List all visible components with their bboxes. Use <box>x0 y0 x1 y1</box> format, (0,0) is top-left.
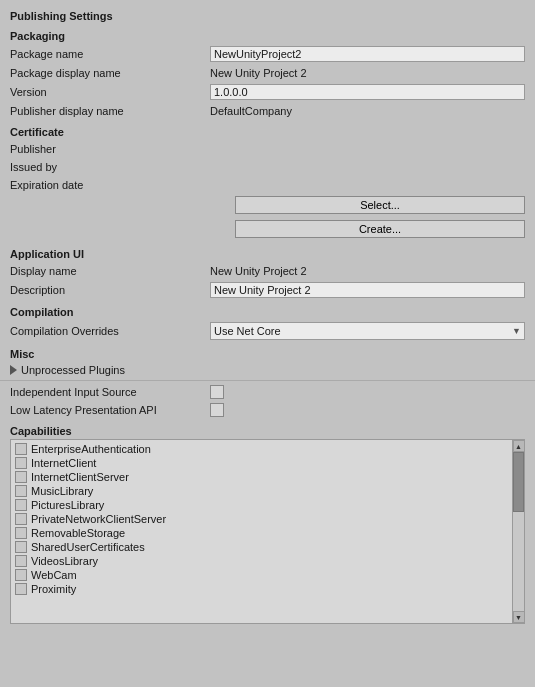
package-display-name-value: New Unity Project 2 <box>210 67 307 79</box>
scrollbar-thumb[interactable] <box>513 452 524 512</box>
list-item: InternetClient <box>15 456 508 470</box>
certificate-section-title: Certificate <box>0 120 535 140</box>
expiration-date-row: Expiration date <box>0 176 535 194</box>
capability-checkbox[interactable] <box>15 583 27 595</box>
capability-checkbox[interactable] <box>15 499 27 511</box>
description-input[interactable]: New Unity Project 2 <box>210 282 525 298</box>
compilation-overrides-value: Use Net Core <box>214 325 281 337</box>
description-label: Description <box>10 284 210 296</box>
capabilities-container: EnterpriseAuthenticationInternetClientIn… <box>10 439 525 624</box>
low-latency-row: Low Latency Presentation API <box>0 401 535 419</box>
capability-checkbox[interactable] <box>15 471 27 483</box>
panel-title: Publishing Settings <box>0 4 535 24</box>
issued-by-row: Issued by <box>0 158 535 176</box>
scroll-up-arrow[interactable]: ▲ <box>513 440 525 452</box>
create-button[interactable]: Create... <box>235 220 525 238</box>
scroll-down-arrow[interactable]: ▼ <box>513 611 525 623</box>
publisher-row: Publisher <box>0 140 535 158</box>
scrollbar-track[interactable] <box>513 452 524 611</box>
capability-checkbox[interactable] <box>15 513 27 525</box>
unprocessed-plugins-label: Unprocessed Plugins <box>21 364 125 376</box>
version-row: Version 1.0.0.0 <box>0 82 535 102</box>
independent-input-label: Independent Input Source <box>10 386 210 398</box>
triangle-icon <box>10 365 17 375</box>
capability-checkbox[interactable] <box>15 555 27 567</box>
compilation-section-title: Compilation <box>0 300 535 320</box>
display-name-value: New Unity Project 2 <box>210 265 307 277</box>
independent-input-checkbox[interactable] <box>210 385 224 399</box>
divider-1 <box>0 380 535 381</box>
version-label: Version <box>10 86 210 98</box>
application-ui-section-title: Application UI <box>0 242 535 262</box>
package-display-name-label: Package display name <box>10 67 210 79</box>
capability-checkbox[interactable] <box>15 541 27 553</box>
publisher-display-name-value: DefaultCompany <box>210 105 292 117</box>
select-button[interactable]: Select... <box>235 196 525 214</box>
package-name-row: Package name NewUnityProject2 <box>0 44 535 64</box>
capability-checkbox[interactable] <box>15 569 27 581</box>
display-name-label: Display name <box>10 265 210 277</box>
package-name-label: Package name <box>10 48 210 60</box>
independent-input-row: Independent Input Source <box>0 383 535 401</box>
list-item: PrivateNetworkClientServer <box>15 512 508 526</box>
capabilities-list: EnterpriseAuthenticationInternetClientIn… <box>11 440 512 623</box>
expiration-date-label: Expiration date <box>10 179 210 191</box>
issued-by-label: Issued by <box>10 161 210 173</box>
capabilities-section-title: Capabilities <box>0 419 535 439</box>
capability-checkbox[interactable] <box>15 457 27 469</box>
capability-checkbox[interactable] <box>15 443 27 455</box>
unprocessed-plugins-row: Unprocessed Plugins <box>0 362 535 378</box>
publishing-settings-panel: Publishing Settings Packaging Package na… <box>0 0 535 628</box>
list-item: RemovableStorage <box>15 526 508 540</box>
compilation-overrides-row: Compilation Overrides Use Net Core ▼ <box>0 320 535 342</box>
publisher-display-name-row: Publisher display name DefaultCompany <box>0 102 535 120</box>
capability-checkbox[interactable] <box>15 527 27 539</box>
packaging-section-title: Packaging <box>0 24 535 44</box>
chevron-down-icon: ▼ <box>512 326 521 336</box>
list-item: EnterpriseAuthentication <box>15 442 508 456</box>
package-name-input[interactable]: NewUnityProject2 <box>210 46 525 62</box>
display-name-row: Display name New Unity Project 2 <box>0 262 535 280</box>
create-button-row: Create... <box>0 218 535 242</box>
low-latency-label: Low Latency Presentation API <box>10 404 210 416</box>
compilation-overrides-label: Compilation Overrides <box>10 325 210 337</box>
scrollbar: ▲ ▼ <box>512 440 524 623</box>
publisher-display-name-label: Publisher display name <box>10 105 210 117</box>
publisher-label: Publisher <box>10 143 210 155</box>
list-item: SharedUserCertificates <box>15 540 508 554</box>
version-input[interactable]: 1.0.0.0 <box>210 84 525 100</box>
low-latency-checkbox[interactable] <box>210 403 224 417</box>
list-item: PicturesLibrary <box>15 498 508 512</box>
list-item: Proximity <box>15 582 508 596</box>
capability-checkbox[interactable] <box>15 485 27 497</box>
list-item: WebCam <box>15 568 508 582</box>
misc-section-title: Misc <box>0 342 535 362</box>
list-item: VideosLibrary <box>15 554 508 568</box>
list-item: MusicLibrary <box>15 484 508 498</box>
package-display-name-row: Package display name New Unity Project 2 <box>0 64 535 82</box>
list-item: InternetClientServer <box>15 470 508 484</box>
description-row: Description New Unity Project 2 <box>0 280 535 300</box>
compilation-overrides-select[interactable]: Use Net Core ▼ <box>210 322 525 340</box>
select-button-row: Select... <box>0 194 535 218</box>
